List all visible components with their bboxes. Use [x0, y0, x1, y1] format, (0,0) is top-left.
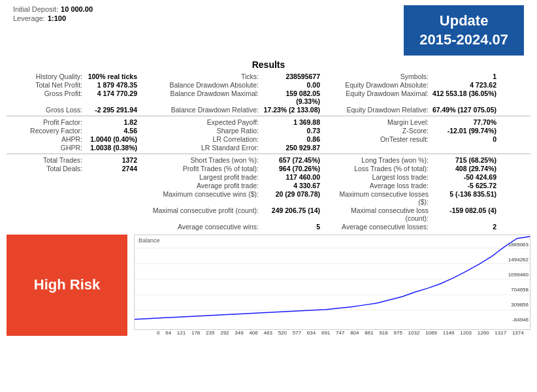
x-975: 975 — [394, 330, 402, 336]
largest-loss-value: -50 424.69 — [431, 173, 496, 181]
total-net-profit-value: 1 879 478.35 — [85, 81, 150, 89]
x-804: 804 — [350, 330, 359, 336]
row-totaltrades-short-long: Total Trades: 1372 Short Trades (won %):… — [7, 156, 530, 164]
empty8 — [85, 190, 150, 206]
avg-consec-losses-value: 2 — [431, 223, 496, 231]
avg-loss-value: -5 625.72 — [431, 182, 496, 189]
history-quality-value: 100% real ticks — [85, 73, 150, 80]
lr-correlation-label: LR Correlation: — [150, 135, 261, 143]
long-trades-value: 715 (68.25%) — [431, 156, 496, 164]
row-mcp-mcloss: Maximal consecutive profit (count): 249 … — [7, 206, 530, 222]
balance-dd-max-label: Balance Drawdown Maximal: — [150, 90, 261, 105]
equity-dd-max-label: Equity Drawdown Maximal: — [333, 90, 431, 105]
top-left-info: Initial Deposit: 10 000.00 Leverage: 1:1… — [13, 5, 93, 22]
row-hq-bars-ticks-sym: History Quality: 100% real ticks Ticks: … — [7, 73, 530, 80]
x-1260: 1260 — [478, 330, 489, 336]
profit-trades-label: Profit Trades (% of total): — [150, 165, 261, 172]
chart-area: Balance 1889063 1494262 1099460 704658 3… — [134, 235, 530, 329]
ahpr-value: 1.0040 (0.40%) — [85, 135, 150, 143]
empty12 — [85, 223, 150, 231]
profit-factor-value: 1.82 — [85, 118, 150, 126]
x-235: 235 — [206, 330, 214, 336]
empty4 — [85, 173, 150, 181]
total-net-profit-label: Total Net Profit: — [7, 81, 85, 89]
initial-deposit-label: Initial Deposit: — [13, 5, 58, 13]
history-quality-label: History Quality: — [7, 73, 85, 80]
y-label-2: 1494262 — [508, 257, 529, 263]
max-consec-wins-label: Maximum consecutive wins ($): — [150, 190, 261, 206]
x-691: 691 — [321, 330, 330, 336]
y-label-4: 704658 — [508, 287, 529, 293]
ghpr-label: GHPR: — [7, 144, 85, 152]
max-consec-loss-label: Maximal consecutive loss (count): — [333, 206, 431, 222]
loss-trades-value: 408 (29.74%) — [431, 165, 496, 172]
balance-dd-abs-value: 0.00 — [261, 81, 333, 89]
profit-trades-value: 964 (70.26%) — [261, 165, 333, 172]
leverage-value: 1:100 — [48, 14, 66, 22]
equity-dd-abs-label: Equity Drawdown Absolute: — [333, 81, 431, 89]
x-349: 349 — [235, 330, 243, 336]
y-label-1: 1889063 — [508, 242, 529, 248]
y-label-5: 309856 — [508, 302, 529, 308]
short-trades-value: 657 (72.45%) — [261, 156, 333, 164]
bottom-section: High Risk Balance 1889063 1494262 109946… — [0, 235, 537, 335]
expected-payoff-label: Expected Payoff: — [150, 118, 261, 126]
row-pf-ep-ml: Profit Factor: 1.82 Expected Payoff: 1 3… — [7, 118, 530, 126]
empty2 — [431, 144, 496, 152]
max-consec-losses-value: 5 (-136 835.51) — [431, 190, 496, 206]
ticks-label: Ticks: — [150, 73, 261, 80]
z-score-label: Z-Score: — [333, 127, 431, 135]
gross-loss-label: Gross Loss: — [7, 106, 85, 114]
total-deals-label: Total Deals: — [7, 165, 85, 172]
max-consec-losses-label: Maximum consecutive losses ($): — [333, 190, 431, 206]
y-label-3: 1099460 — [508, 272, 529, 278]
results-title: Results — [0, 59, 537, 70]
loss-trades-label: Loss Trades (% of total): — [333, 165, 431, 172]
initial-deposit-row: Initial Deposit: 10 000.00 — [13, 5, 93, 13]
x-1374: 1374 — [512, 330, 524, 336]
row-net-bdabs-edabs: Total Net Profit: 1 879 478.35 Balance D… — [7, 81, 530, 89]
avg-profit-label: Average profit trade: — [150, 182, 261, 189]
leverage-row: Leverage: 1:100 — [13, 14, 93, 22]
max-consec-loss-value: -159 082.05 (4) — [431, 206, 496, 222]
short-trades-label: Short Trades (won %): — [150, 156, 261, 164]
y-label-6: -84946 — [508, 317, 529, 323]
chart-y-labels: 1889063 1494262 1099460 704658 309856 -8… — [508, 242, 529, 322]
total-deals-value: 2744 — [85, 165, 150, 172]
x-747: 747 — [336, 330, 344, 336]
x-64: 64 — [165, 330, 171, 336]
row-rf-sr-zs: Recovery Factor: 4.56 Sharpe Ratio: 0.73… — [7, 127, 530, 135]
recovery-factor-label: Recovery Factor: — [7, 127, 85, 135]
row-lp-ll: Largest profit trade: 117 460.00 Largest… — [7, 173, 530, 181]
x-861: 861 — [365, 330, 373, 336]
x-292: 292 — [220, 330, 229, 336]
expected-payoff-value: 1 369.88 — [261, 118, 333, 126]
ontester-value: 0 — [431, 135, 496, 143]
gross-loss-value: -2 295 291.94 — [85, 106, 150, 114]
gross-profit-label: Gross Profit: — [7, 90, 85, 105]
row-acw-acl: Average consecutive wins: 5 Average cons… — [7, 223, 530, 231]
ticks-value: 238595677 — [261, 73, 333, 80]
lr-correlation-value: 0.86 — [261, 135, 333, 143]
largest-profit-label: Largest profit trade: — [150, 173, 261, 181]
margin-level-label: Margin Level: — [333, 118, 431, 126]
lr-std-error-value: 250 929.87 — [261, 144, 333, 152]
profit-factor-label: Profit Factor: — [7, 118, 85, 126]
update-line1: Update — [419, 12, 508, 31]
x-1146: 1146 — [443, 330, 455, 336]
empty9 — [7, 206, 85, 222]
update-box: Update 2015-2024.07 — [404, 5, 524, 56]
chart-svg — [135, 235, 530, 329]
empty1 — [333, 144, 431, 152]
x-0: 0 — [157, 330, 159, 336]
row-ap-al: Average profit trade: 4 330.67 Average l… — [7, 182, 530, 189]
margin-level-value: 77.70% — [431, 118, 496, 126]
high-risk-box: High Risk — [7, 235, 127, 335]
header-rows: History Quality: 100% real ticks Ticks: … — [0, 73, 537, 114]
empty11 — [7, 223, 85, 231]
x-121: 121 — [177, 330, 186, 336]
largest-profit-value: 117 460.00 — [261, 173, 333, 181]
ontester-label: OnTester result: — [333, 135, 431, 143]
leverage-label: Leverage: — [13, 14, 45, 22]
balance-dd-rel-value: 17.23% (2 133.08) — [261, 106, 333, 114]
